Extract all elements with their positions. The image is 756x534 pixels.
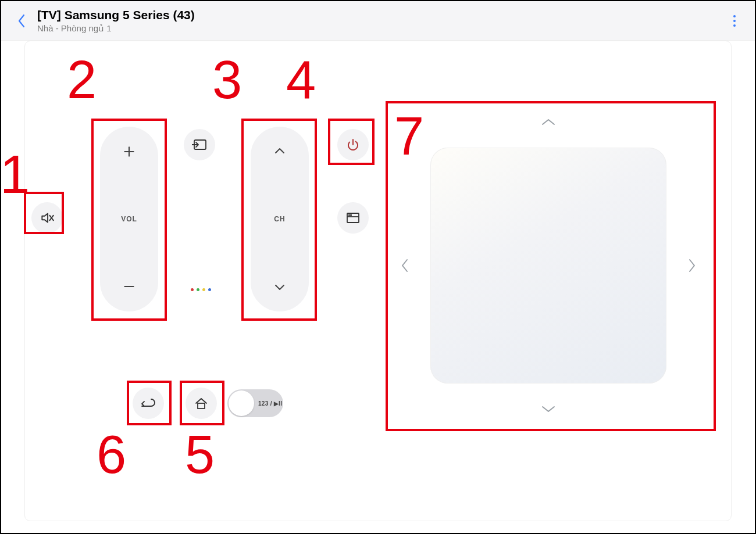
channel-label: CH: [274, 215, 285, 223]
guide-icon: [346, 212, 360, 224]
yellow-dot-icon: [202, 288, 205, 291]
header-text: [TV] Samsung 5 Series (43) Nhà - Phòng n…: [37, 8, 726, 34]
dpad-up-button[interactable]: [541, 117, 556, 127]
volume-down-button[interactable]: [122, 279, 137, 294]
svg-rect-11: [198, 403, 205, 408]
volume-up-button[interactable]: [122, 144, 137, 159]
channel-down-button[interactable]: [273, 280, 287, 294]
toggle-label: 123 / ▶II: [258, 400, 282, 407]
home-icon: [194, 396, 208, 410]
more-options-button[interactable]: [726, 12, 743, 30]
device-location: Nhà - Phòng ngủ 1: [37, 23, 726, 34]
blue-dot-icon: [208, 288, 211, 291]
red-dot-icon: [191, 288, 194, 291]
power-icon: [346, 138, 360, 152]
chevron-left-icon: [17, 13, 26, 28]
more-vertical-icon: [733, 15, 736, 17]
dpad-left-button[interactable]: [400, 258, 409, 273]
volume-label: VOL: [121, 215, 137, 223]
dpad-right-button[interactable]: [687, 258, 697, 273]
header: [TV] Samsung 5 Series (43) Nhà - Phòng n…: [1, 1, 755, 41]
green-dot-icon: [197, 288, 199, 291]
device-title: [TV] Samsung 5 Series (43): [37, 8, 726, 22]
return-icon: [141, 397, 156, 410]
toggle-knob: [229, 390, 254, 416]
home-button[interactable]: [186, 388, 217, 419]
chevron-left-icon: [400, 258, 409, 273]
chevron-up-icon: [541, 117, 556, 127]
svg-rect-10: [348, 214, 352, 216]
guide-button[interactable]: [337, 202, 369, 234]
dpad-down-button[interactable]: [541, 404, 556, 414]
mute-button[interactable]: [31, 202, 63, 234]
minus-icon: [122, 279, 137, 294]
chevron-up-icon: [273, 144, 287, 158]
direction-pad: [388, 106, 708, 425]
color-dots-button[interactable]: [191, 288, 211, 291]
mute-icon: [40, 210, 55, 225]
plus-icon: [122, 144, 137, 159]
back-button[interactable]: [13, 12, 30, 30]
numpad-toggle[interactable]: 123 / ▶II: [227, 389, 283, 417]
power-button[interactable]: [337, 129, 369, 160]
direction-pad-center[interactable]: [430, 148, 666, 384]
channel-up-button[interactable]: [273, 144, 287, 158]
source-button[interactable]: [184, 129, 215, 160]
channel-rocker: CH: [251, 127, 309, 311]
source-input-icon: [192, 139, 207, 150]
content-area: VOL CH: [1, 41, 755, 533]
chevron-right-icon: [687, 258, 697, 273]
volume-rocker: VOL: [100, 127, 158, 311]
chevron-down-icon: [273, 280, 287, 294]
chevron-down-icon: [541, 404, 556, 414]
return-button[interactable]: [133, 388, 164, 419]
